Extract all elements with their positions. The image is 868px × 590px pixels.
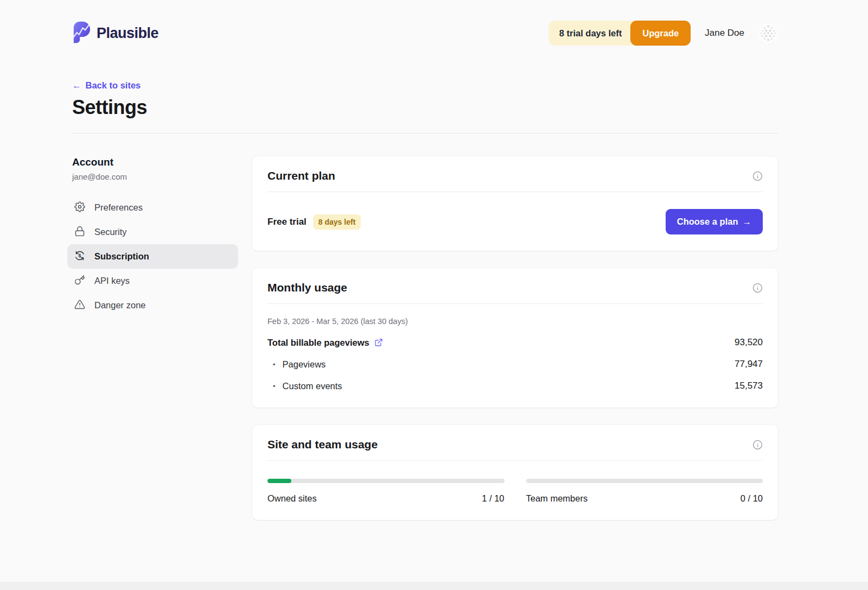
sidebar-item-label: Danger zone: [94, 300, 145, 310]
sidebar-item-subscription[interactable]: $ Subscription: [67, 244, 238, 269]
sidebar-item-preferences[interactable]: Preferences: [67, 195, 238, 220]
total-billable-pageviews-value: 93,520: [735, 337, 763, 348]
arrow-right-icon: →: [743, 217, 752, 227]
custom-events-value: 15,573: [735, 380, 763, 391]
info-icon[interactable]: [752, 283, 763, 293]
user-name[interactable]: Jane Doe: [705, 28, 744, 39]
avatar[interactable]: [758, 23, 778, 43]
monthly-usage-card: Monthly usage Feb 3, 2026 - Mar 5, 2026 …: [252, 268, 778, 408]
custom-events-label: Custom events: [267, 381, 342, 391]
sidebar-nav: Preferences Security: [72, 195, 238, 318]
warning-icon: [74, 299, 85, 312]
page: Plausible 8 trial days left Upgrade Jane…: [72, 0, 778, 520]
pageviews-label: Pageviews: [267, 359, 326, 370]
owned-sites-value: 1 / 10: [482, 493, 504, 504]
dollar-refresh-icon: $: [74, 250, 85, 263]
progress-bar-track: [526, 479, 763, 483]
page-divider: [72, 133, 778, 134]
back-to-sites-link[interactable]: ← Back to sites: [72, 80, 141, 91]
plan-name: Free trial: [267, 217, 307, 227]
team-members-meter: Team members 0 / 10: [526, 479, 763, 504]
usage-row-pageviews: Pageviews 77,947: [267, 359, 763, 370]
page-title: Settings: [72, 96, 778, 119]
team-members-value: 0 / 10: [741, 493, 763, 504]
total-billable-pageviews-label: Total billable pageviews: [267, 338, 369, 348]
upgrade-button[interactable]: Upgrade: [630, 21, 691, 46]
days-left-badge: 8 days left: [313, 214, 361, 230]
svg-text:$: $: [79, 253, 81, 258]
site-team-usage-title: Site and team usage: [267, 438, 378, 451]
main-column: Current plan Free trial 8 days left Choo…: [252, 156, 778, 520]
sidebar-item-security[interactable]: Security: [67, 220, 238, 244]
sidebar-item-danger-zone[interactable]: Danger zone: [67, 293, 238, 318]
sidebar-item-label: Subscription: [94, 251, 149, 262]
sidebar-item-label: Security: [94, 227, 127, 237]
owned-sites-label: Owned sites: [267, 493, 317, 504]
bottom-strip: [0, 582, 868, 590]
trial-days-text: 8 trial days left: [559, 28, 622, 39]
card-divider: [267, 192, 763, 192]
plausible-logo[interactable]: Plausible: [72, 21, 158, 46]
monthly-usage-title: Monthly usage: [267, 281, 347, 294]
usage-row-custom-events: Custom events 15,573: [267, 380, 763, 391]
info-icon[interactable]: [752, 171, 763, 181]
pageviews-value: 77,947: [735, 359, 763, 370]
account-email: jane@doe.com: [72, 172, 238, 181]
key-icon: [74, 275, 85, 288]
lock-icon: [74, 226, 85, 239]
owned-sites-meter: Owned sites 1 / 10: [267, 479, 505, 504]
gear-icon: [74, 201, 85, 214]
header: Plausible 8 trial days left Upgrade Jane…: [72, 0, 778, 46]
sidebar-heading: Account: [72, 156, 238, 168]
site-team-usage-card: Site and team usage Owned site: [252, 425, 778, 520]
sidebar-item-label: API keys: [94, 276, 130, 286]
info-icon[interactable]: [752, 440, 763, 450]
card-divider: [267, 460, 763, 461]
usage-period: Feb 3, 2026 - Mar 5, 2026 (last 30 days): [267, 317, 763, 326]
progress-bar-fill: [267, 479, 291, 483]
back-arrow-icon: ←: [72, 80, 81, 91]
team-members-label: Team members: [526, 493, 588, 504]
back-link-label: Back to sites: [86, 80, 141, 91]
sidebar-item-api-keys[interactable]: API keys: [67, 269, 238, 293]
trial-banner: 8 trial days left Upgrade: [548, 21, 691, 46]
current-plan-card: Current plan Free trial 8 days left Choo…: [252, 156, 778, 251]
header-right: 8 trial days left Upgrade Jane Doe: [548, 21, 778, 46]
sidebar: Account jane@doe.com Preferences: [72, 156, 238, 318]
current-plan-title: Current plan: [267, 169, 335, 182]
choose-plan-button[interactable]: Choose a plan →: [666, 209, 763, 234]
sidebar-item-label: Preferences: [94, 202, 143, 213]
card-divider: [267, 303, 763, 304]
external-link-icon[interactable]: [374, 338, 383, 347]
choose-plan-label: Choose a plan: [677, 217, 738, 227]
progress-bar-track: [267, 479, 505, 483]
plausible-logo-icon: [72, 21, 91, 46]
logo-text: Plausible: [97, 25, 158, 42]
